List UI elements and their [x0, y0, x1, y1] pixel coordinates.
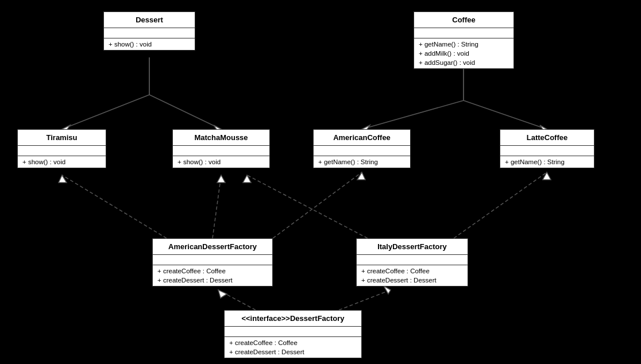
coffee-method-2: + addMilk() : void: [414, 49, 513, 58]
class-dessertfactory: <<interface>>DessertFactory + createCoff…: [224, 310, 362, 358]
class-lattecoffee-empty-section: [500, 146, 594, 156]
italydesertfactory-method-2: + createDessert : Dessert: [357, 276, 468, 285]
dessertfactory-method-2: + createDessert : Dessert: [225, 347, 361, 357]
class-dessertfactory-methods: + createCoffee : Coffee + createDessert …: [225, 337, 361, 358]
class-coffee-empty-section: [414, 28, 513, 38]
svg-line-7: [362, 100, 464, 129]
lattecoffee-method-1: + getName() : String: [500, 157, 594, 166]
svg-marker-17: [357, 172, 365, 180]
coffee-method-1: + getName() : String: [414, 40, 513, 49]
class-dessert-empty-section: [104, 28, 195, 38]
class-americancoffee: AmericanCoffee + getName() : String: [313, 129, 411, 168]
svg-marker-19: [243, 175, 251, 183]
svg-marker-23: [218, 290, 227, 298]
class-tiramisu-methods: + show() : void: [18, 156, 106, 168]
svg-line-1: [62, 95, 149, 129]
svg-line-4: [149, 95, 221, 129]
class-dessert: Dessert + show() : void: [103, 11, 195, 51]
class-tiramisu-header: Tiramisu: [18, 130, 106, 146]
dessert-method-1: + show() : void: [104, 40, 195, 49]
arrows-svg: [0, 0, 641, 364]
class-italydesertfactory-empty-section: [357, 255, 468, 265]
class-lattecoffee-methods: + getName() : String: [500, 156, 594, 168]
class-italydesertfactory: ItalyDessertFactory + createCoffee : Cof…: [356, 238, 468, 286]
svg-marker-25: [384, 286, 391, 294]
class-tiramisu: Tiramisu + show() : void: [17, 129, 106, 168]
class-americandesertfactory-header: AmericanDessertFactory: [153, 239, 272, 255]
class-coffee-header: Coffee: [414, 12, 513, 28]
class-coffee: Coffee + getName() : String + addMilk() …: [414, 11, 514, 69]
svg-line-14: [62, 175, 167, 238]
tiramisu-method-1: + show() : void: [18, 157, 106, 166]
americancoffee-method-1: + getName() : String: [314, 157, 410, 166]
class-matchamousse-header: MatchaMousse: [173, 130, 269, 146]
class-dessert-header: Dessert: [104, 12, 195, 28]
americandesertfactory-method-1: + createCoffee : Coffee: [153, 266, 272, 276]
class-americancoffee-methods: + getName() : String: [314, 156, 410, 168]
class-lattecoffee-header: LatteCoffee: [500, 130, 594, 146]
coffee-method-3: + addSugar() : void: [414, 58, 513, 67]
class-dessert-methods: + show() : void: [104, 38, 195, 50]
class-americandesertfactory-methods: + createCoffee : Coffee + createDessert …: [153, 265, 272, 286]
matchamousse-method-1: + show() : void: [173, 157, 269, 166]
class-coffee-methods: + getName() : String + addMilk() : void …: [414, 38, 513, 68]
svg-line-24: [339, 290, 391, 310]
dessertfactory-method-1: + createCoffee : Coffee: [225, 338, 361, 347]
americandesertfactory-method-2: + createDessert : Dessert: [153, 276, 272, 285]
svg-line-20: [454, 172, 547, 238]
diagram: Dessert + show() : void Coffee + getName…: [0, 0, 641, 364]
svg-line-10: [464, 100, 547, 129]
class-tiramisu-empty-section: [18, 146, 106, 156]
class-italydesertfactory-methods: + createCoffee : Coffee + createDessert …: [357, 265, 468, 286]
class-americandesertfactory: AmericanDessertFactory + createCoffee : …: [152, 238, 273, 286]
svg-line-12: [213, 175, 221, 238]
class-dessertfactory-empty-section: [225, 327, 361, 337]
svg-line-22: [218, 290, 256, 310]
class-italydesertfactory-header: ItalyDessertFactory: [357, 239, 468, 255]
class-americancoffee-header: AmericanCoffee: [314, 130, 410, 146]
svg-marker-21: [543, 172, 551, 180]
class-americancoffee-empty-section: [314, 146, 410, 156]
svg-marker-13: [217, 175, 225, 183]
svg-line-18: [247, 175, 368, 238]
class-matchamousse-methods: + show() : void: [173, 156, 269, 168]
class-matchamousse-empty-section: [173, 146, 269, 156]
class-matchamousse: MatchaMousse + show() : void: [172, 129, 270, 168]
class-americandesertfactory-empty-section: [153, 255, 272, 265]
svg-line-16: [273, 172, 362, 238]
class-dessertfactory-header: <<interface>>DessertFactory: [225, 311, 361, 327]
class-lattecoffee: LatteCoffee + getName() : String: [500, 129, 594, 168]
italydesertfactory-method-1: + createCoffee : Coffee: [357, 266, 468, 276]
svg-marker-15: [59, 175, 67, 183]
